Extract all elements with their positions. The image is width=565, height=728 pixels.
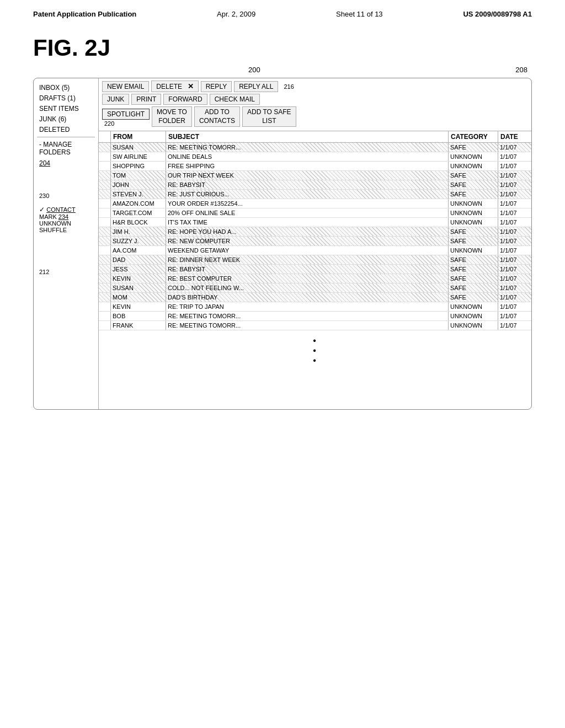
forward-button[interactable]: FORWARD xyxy=(163,94,207,105)
junk-button[interactable]: JUNK xyxy=(102,94,129,105)
sidebar-item-drafts[interactable]: DRAFTS (1) xyxy=(37,93,95,103)
email-row[interactable]: DAD RE: DINNER NEXT WEEK SAFE 1/1/07 xyxy=(99,255,531,265)
row-category: SAFE xyxy=(449,237,498,245)
row-from: BOB xyxy=(111,312,166,320)
row-check[interactable] xyxy=(99,190,111,199)
row-check[interactable] xyxy=(99,152,111,161)
col-from-header: FROM xyxy=(111,131,166,142)
email-row[interactable]: H&R BLOCK IT'S TAX TIME UNKNOWN 1/1/07 xyxy=(99,218,531,227)
reply-button[interactable]: REPLY xyxy=(201,81,232,92)
email-row[interactable]: TOM OUR TRIP NEXT WEEK SAFE 1/1/07 xyxy=(99,171,531,180)
email-row[interactable]: KEVIN RE: BEST COMPUTER SAFE 1/1/07 xyxy=(99,274,531,283)
ref-234: 234 xyxy=(58,213,68,220)
row-from: SW AIRLINE xyxy=(111,152,166,161)
row-check[interactable] xyxy=(99,246,111,255)
row-check[interactable] xyxy=(99,143,111,152)
email-row[interactable]: STEVEN J. RE: JUST CURIOUS... SAFE 1/1/0… xyxy=(99,190,531,199)
reply-all-button[interactable]: REPLY ALL xyxy=(234,81,278,92)
row-date: 1/1/07 xyxy=(498,255,531,264)
row-check[interactable] xyxy=(99,293,111,302)
row-check[interactable] xyxy=(99,218,111,227)
row-check[interactable] xyxy=(99,283,111,292)
row-category: SAFE xyxy=(449,274,498,283)
email-row[interactable]: JOHN RE: BABYSIT SAFE 1/1/07 xyxy=(99,180,531,190)
mark-label: MARK xyxy=(39,213,58,220)
add-to-safe-list-button[interactable]: ADD TO SAFELIST xyxy=(242,106,296,127)
row-category: SAFE xyxy=(449,283,498,292)
add-to-contacts-button[interactable]: ADD TOCONTACTS xyxy=(194,106,240,127)
row-category: SAFE xyxy=(449,255,498,264)
check-mail-button[interactable]: CHECK MAIL xyxy=(210,94,260,105)
email-row[interactable]: JIM H. RE: HOPE YOU HAD A... SAFE 1/1/07 xyxy=(99,227,531,237)
shuffle-label[interactable]: SHUFFLE xyxy=(39,227,67,233)
row-from: JIM H. xyxy=(111,227,166,236)
move-to-folder-button[interactable]: MOVE TOFOLDER xyxy=(152,106,192,127)
toolbar-row-2: JUNK PRINT FORWARD CHECK MAIL xyxy=(102,94,528,105)
ref-230: 230 xyxy=(37,191,95,200)
row-check[interactable] xyxy=(99,312,111,320)
email-row[interactable]: FRANK RE: MEETING TOMORR... UNKNOWN 1/1/… xyxy=(99,321,531,330)
row-check[interactable] xyxy=(99,274,111,283)
new-email-button[interactable]: NEW EMAIL xyxy=(102,81,149,92)
email-row[interactable]: AMAZON.COM YOUR ORDER #1352254... UNKNOW… xyxy=(99,199,531,208)
sidebar-manage[interactable]: - MANAGEFOLDERS xyxy=(37,140,95,157)
email-header-row: FROM SUBJECT CATEGORY DATE xyxy=(99,131,531,143)
row-check[interactable] xyxy=(99,162,111,170)
contact-label[interactable]: CONTACT xyxy=(46,206,75,213)
row-category: SAFE xyxy=(449,143,498,152)
row-from: KEVIN xyxy=(111,274,166,283)
toolbar-row-3: SPOTLIGHT 220 MOVE TOFOLDER ADD TOCONTAC… xyxy=(102,106,528,127)
delete-button[interactable]: DELETE ✕ xyxy=(151,81,198,92)
print-button[interactable]: PRINT xyxy=(131,94,161,105)
row-check[interactable] xyxy=(99,265,111,274)
row-from: MOM xyxy=(111,293,166,302)
row-subject: RE: MEETING TOMORR... xyxy=(166,321,449,330)
email-row[interactable]: TARGET.COM 20% OFF ONLINE SALE UNKNOWN 1… xyxy=(99,208,531,218)
row-category: SAFE xyxy=(449,293,498,302)
email-row[interactable]: SUSAN RE: MEETING TOMORR... SAFE 1/1/07 xyxy=(99,143,531,152)
row-category: UNKNOWN xyxy=(449,302,498,311)
email-row[interactable]: SUSAN COLD... NOT FEELING W... SAFE 1/1/… xyxy=(99,283,531,293)
toolbar: NEW EMAIL DELETE ✕ REPLY REPLY ALL 216 J… xyxy=(99,78,531,131)
row-check[interactable] xyxy=(99,321,111,330)
row-check[interactable] xyxy=(99,227,111,236)
row-date: 1/1/07 xyxy=(498,246,531,255)
spotlight-button[interactable]: SPOTLIGHT xyxy=(102,109,150,120)
row-check[interactable] xyxy=(99,199,111,208)
checkmark-icon: ✓ xyxy=(39,206,46,213)
row-check[interactable] xyxy=(99,255,111,264)
row-subject: RE: BABYSIT xyxy=(166,265,449,274)
row-date: 1/1/07 xyxy=(498,162,531,170)
sheet-number: Sheet 11 of 13 xyxy=(336,10,383,18)
row-from: JOHN xyxy=(111,180,166,189)
email-row[interactable]: KEVIN RE: TRIP TO JAPAN UNKNOWN 1/1/07 xyxy=(99,302,531,312)
row-date: 1/1/07 xyxy=(498,321,531,330)
row-subject: FREE SHIPPING xyxy=(166,162,449,170)
row-subject: COLD... NOT FEELING W... xyxy=(166,283,449,292)
row-check[interactable] xyxy=(99,302,111,311)
sidebar-item-inbox[interactable]: SUSAN INBOX (5) xyxy=(37,83,95,93)
toolbar-row-1: NEW EMAIL DELETE ✕ REPLY REPLY ALL 216 xyxy=(102,81,528,92)
email-row[interactable]: AA.COM WEEKEND GETAWAY UNKNOWN 1/1/07 xyxy=(99,246,531,255)
sidebar-item-sent[interactable]: SENT ITEMS xyxy=(37,104,95,114)
row-check[interactable] xyxy=(99,171,111,180)
sidebar-item-junk[interactable]: JUNK (6) xyxy=(37,114,95,124)
pub-label: Patent Application Publication xyxy=(33,10,136,18)
row-check[interactable] xyxy=(99,237,111,245)
email-row[interactable]: BOB RE: MEETING TOMORR... UNKNOWN 1/1/07 xyxy=(99,312,531,321)
row-date: 1/1/07 xyxy=(498,293,531,302)
email-row[interactable]: SUZZY J. RE: NEW COMPUTER SAFE 1/1/07 xyxy=(99,237,531,246)
email-row[interactable]: MOM DAD'S BIRTHDAY SAFE 1/1/07 xyxy=(99,293,531,302)
contact-mark: ✓ CONTACT MARK 234 UNKNOWN SHUFFLE xyxy=(37,205,95,234)
sidebar-item-deleted[interactable]: DELETED xyxy=(37,125,95,135)
row-from: AA.COM xyxy=(111,246,166,255)
row-subject: 20% OFF ONLINE SALE xyxy=(166,208,449,217)
row-date: 1/1/07 xyxy=(498,237,531,245)
email-row[interactable]: SHOPPING FREE SHIPPING UNKNOWN 1/1/07 xyxy=(99,162,531,171)
email-row[interactable]: SW AIRLINE ONLINE DEALS UNKNOWN 1/1/07 xyxy=(99,152,531,162)
email-row[interactable]: JESS RE: BABYSIT SAFE 1/1/07 xyxy=(99,265,531,274)
row-check[interactable] xyxy=(99,208,111,217)
row-category: UNKNOWN xyxy=(449,246,498,255)
row-check[interactable] xyxy=(99,180,111,189)
row-subject: RE: TRIP TO JAPAN xyxy=(166,302,449,311)
